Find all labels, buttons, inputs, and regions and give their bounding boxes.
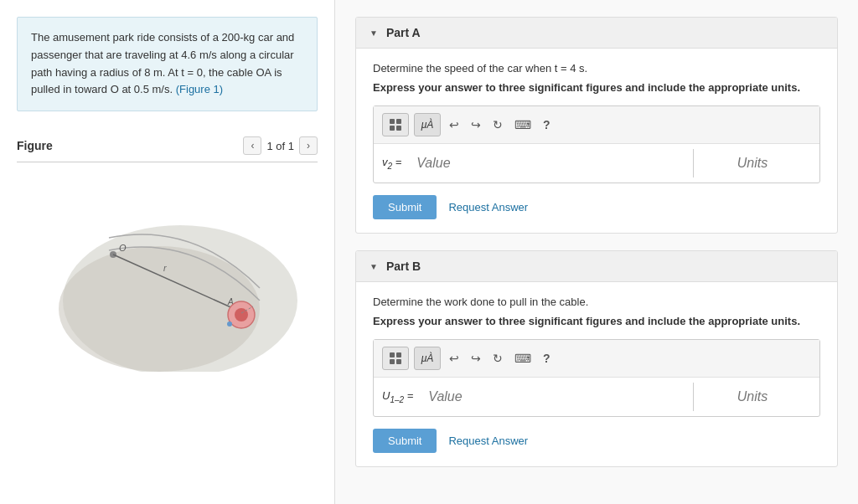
part-a-input-box: μÀ ↩ ↪ ↻ ⌨ ? v2 = [373,105,820,183]
part-b-header: ▼ Part B [356,251,837,282]
part-b-help-icon[interactable]: ? [540,350,554,367]
part-a-refresh-icon[interactable]: ↻ [489,116,506,133]
part-b-submit-button[interactable]: Submit [373,429,437,453]
figure-link[interactable]: (Figure 1) [176,83,223,95]
svg-point-9 [227,321,232,327]
part-a-input-row: v2 = [374,144,819,183]
part-b-actions: Submit Request Answer [373,429,820,453]
figure-section: Figure ‹ 1 of 1 › O r [17,136,318,372]
figure-next-button[interactable]: › [299,136,318,155]
part-a-keyboard-icon[interactable]: ⌨ [511,116,535,133]
part-b-section: ▼ Part B Determine the work done to pull… [355,250,838,467]
svg-text:O: O [119,243,127,253]
part-a-help-icon[interactable]: ? [540,116,554,133]
part-a-section: ▼ Part A Determine the speed of the car … [355,17,838,234]
figure-title: Figure [17,139,53,152]
part-b-value-input[interactable] [420,383,694,411]
part-b-collapse-icon[interactable]: ▼ [370,262,378,271]
part-a-actions: Submit Request Answer [373,195,820,219]
part-b-input-box: μÀ ↩ ↪ ↻ ⌨ ? U1–2 = [373,339,820,417]
part-b-instruction: Express your answer to three significant… [373,315,820,327]
figure-navigation: ‹ 1 of 1 › [243,136,318,155]
part-a-submit-button[interactable]: Submit [373,195,437,219]
problem-text-content: The amusement park ride consists of a 20… [31,31,294,95]
part-b-label: U1–2 = [382,389,413,404]
part-a-instruction: Express your answer to three significant… [373,81,820,94]
part-b-title: Part B [386,260,421,273]
part-a-title: Part A [386,26,421,39]
right-panel: ▼ Part A Determine the speed of the car … [335,0,858,504]
part-b-description: Determine the work done to pull in the c… [373,296,820,308]
figure-prev-button[interactable]: ‹ [243,136,261,155]
part-b-input-row: U1–2 = [374,378,819,416]
part-a-label: v2 = [382,156,401,171]
part-a-collapse-icon[interactable]: ▼ [370,28,378,38]
part-a-symbol-button[interactable]: μÀ [414,113,441,136]
part-b-matrix-button[interactable] [382,347,409,370]
part-a-description: Determine the speed of the car when t = … [373,62,820,75]
part-b-refresh-icon[interactable]: ↻ [489,350,506,367]
part-a-request-answer-link[interactable]: Request Answer [448,201,528,213]
figure-image: O r A [25,171,310,372]
part-a-redo-icon[interactable]: ↪ [468,116,484,133]
part-a-body: Determine the speed of the car when t = … [356,49,837,233]
part-b-keyboard-icon[interactable]: ⌨ [511,350,535,367]
problem-statement: The amusement park ride consists of a 20… [17,17,318,111]
part-a-units-input[interactable] [694,149,811,177]
part-b-redo-icon[interactable]: ↪ [468,350,484,367]
part-b-toolbar: μÀ ↩ ↪ ↻ ⌨ ? [374,340,819,378]
figure-header: Figure ‹ 1 of 1 › [17,136,318,162]
part-b-symbol-button[interactable]: μÀ [414,347,441,370]
part-a-header: ▼ Part A [356,18,837,49]
figure-page-count: 1 of 1 [266,140,294,152]
part-a-matrix-button[interactable] [382,113,409,136]
part-a-undo-icon[interactable]: ↩ [446,116,463,133]
part-b-request-answer-link[interactable]: Request Answer [448,435,528,447]
part-a-toolbar: μÀ ↩ ↪ ↻ ⌨ ? [374,106,819,144]
left-panel: The amusement park ride consists of a 20… [0,0,335,504]
part-b-undo-icon[interactable]: ↩ [446,350,463,367]
part-b-units-input[interactable] [694,383,811,411]
part-a-value-input[interactable] [408,149,694,177]
part-b-body: Determine the work done to pull in the c… [356,282,837,466]
